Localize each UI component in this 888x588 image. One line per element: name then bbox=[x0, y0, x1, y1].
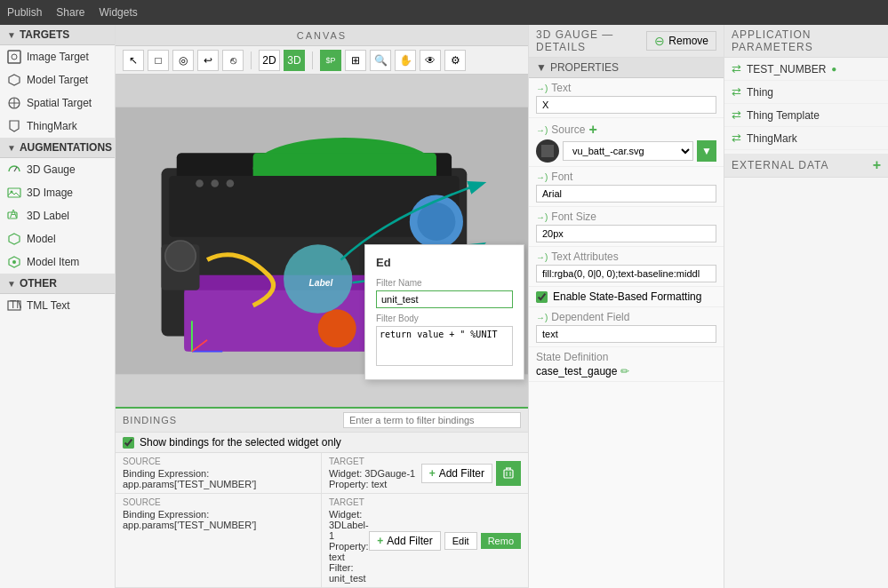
source-thumb bbox=[536, 139, 559, 163]
prop-fontsize-arrow: →) bbox=[536, 212, 548, 222]
prop-source-arrow: →) bbox=[536, 125, 548, 135]
binding-filter-label-2: Filter: unit_test bbox=[329, 562, 369, 584]
filter-body-input[interactable]: return value + " %UNIT bbox=[376, 326, 513, 366]
tool-sp-btn[interactable]: $P bbox=[320, 50, 341, 71]
mode-3d-btn[interactable]: 3D bbox=[284, 50, 305, 71]
prop-font-input[interactable] bbox=[536, 185, 716, 203]
svg-point-1 bbox=[12, 54, 17, 60]
right-panel-item-thingmark[interactable]: ⇄ ThingMark bbox=[724, 127, 888, 150]
binding-target-label-2: Target bbox=[329, 497, 369, 507]
edit-filter-btn-2[interactable]: Edit bbox=[444, 532, 477, 550]
source-select[interactable]: vu_batt_-car.svg bbox=[563, 141, 693, 161]
sidebar-item-model[interactable]: Model bbox=[0, 227, 115, 250]
prop-source-row: →) Source + vu_batt_-car.svg ▼ bbox=[529, 118, 724, 167]
external-data-add-btn[interactable]: + bbox=[873, 157, 881, 173]
prop-textattr-label: →) Text Attributes bbox=[536, 250, 716, 263]
tool-zoom-btn[interactable]: 🔍 bbox=[370, 50, 391, 71]
filter-name-label: Filter Name bbox=[376, 278, 513, 288]
prop-text-input[interactable] bbox=[536, 96, 716, 114]
svg-line-6 bbox=[14, 167, 17, 171]
binding-target-widget-1: Widget: 3DGauge-1 bbox=[329, 468, 421, 479]
state-def-value: case_test_gauge bbox=[536, 365, 617, 377]
svg-point-31 bbox=[227, 179, 235, 187]
enable-state-checkbox[interactable] bbox=[536, 291, 548, 303]
prop-text-row: →) Text bbox=[529, 78, 724, 118]
source-select-row: vu_batt_-car.svg ▼ bbox=[536, 139, 716, 163]
top-nav: Publish Share Widgets bbox=[0, 0, 888, 25]
source-select-arrow-btn[interactable]: ▼ bbox=[697, 140, 716, 162]
add-filter-btn-2[interactable]: + Add Filter bbox=[369, 531, 440, 551]
3d-gauge-label: 3D Gauge bbox=[27, 163, 76, 176]
bindings-area: BINDINGS Show bindings for the selected … bbox=[116, 407, 528, 588]
prop-depfield-row: →) Dependent Field bbox=[529, 307, 724, 347]
sidebar-item-image-target[interactable]: Image Target bbox=[0, 45, 115, 68]
svg-rect-44 bbox=[541, 145, 554, 157]
right-panel-item-thing[interactable]: ⇄ Thing bbox=[724, 81, 888, 104]
redo-btn[interactable]: ⎋ bbox=[222, 50, 244, 71]
prop-font-arrow: →) bbox=[536, 172, 548, 182]
remove-gauge-btn[interactable]: ⊖ Remove bbox=[646, 31, 716, 51]
select-tool-btn[interactable]: ↖ bbox=[123, 50, 144, 71]
binding-target-property-2: Property: text bbox=[329, 541, 369, 562]
sidebar-item-thingmark[interactable]: ThingMark bbox=[0, 115, 115, 138]
tool-settings-btn[interactable]: ⚙ bbox=[444, 50, 466, 71]
remove-binding-btn-2[interactable]: Remo bbox=[481, 533, 521, 549]
right-panel-item-test-number[interactable]: ⇄ TEST_NUMBER ● bbox=[724, 58, 888, 81]
filter-popup-title: Ed bbox=[376, 256, 513, 269]
sidebar-item-3d-label[interactable]: A 3D Label bbox=[0, 204, 115, 227]
canvas-label: CANVAS bbox=[297, 30, 347, 41]
show-bindings-checkbox[interactable] bbox=[123, 437, 134, 449]
source-add-btn[interactable]: + bbox=[588, 122, 596, 138]
undo-btn[interactable]: ↩ bbox=[197, 50, 219, 71]
filter-name-input[interactable] bbox=[376, 290, 513, 308]
tool-eye-btn[interactable]: 👁 bbox=[420, 50, 441, 71]
add-filter-btn-1[interactable]: + Add Filter bbox=[421, 464, 492, 483]
sidebar-item-3d-image[interactable]: 3D Image bbox=[0, 181, 115, 204]
svg-text:Label: Label bbox=[308, 278, 333, 288]
3d-image-label: 3D Image bbox=[27, 187, 73, 199]
tool-pan-btn[interactable]: ✋ bbox=[395, 50, 416, 71]
prop-fontsize-label: →) Font Size bbox=[536, 211, 716, 223]
binding-source-label-2: Source bbox=[123, 497, 314, 507]
svg-point-30 bbox=[211, 179, 219, 187]
external-data-title: EXTERNAL DATA bbox=[732, 159, 828, 171]
state-edit-icon[interactable]: ✏ bbox=[620, 365, 629, 377]
binding-target-2: Target Widget: 3DLabel-1 Property: text … bbox=[322, 494, 528, 587]
tool-grid-btn[interactable]: ⊞ bbox=[345, 50, 366, 71]
spatial-target-label: Spatial Target bbox=[27, 97, 92, 109]
svg-rect-0 bbox=[8, 51, 20, 63]
prop-source-name: Source bbox=[551, 123, 585, 136]
add-filter-label-2: Add Filter bbox=[387, 535, 432, 547]
tml-text-icon: TML bbox=[7, 298, 21, 313]
bindings-search-input[interactable] bbox=[343, 412, 521, 428]
tool-btn-3[interactable]: ◎ bbox=[172, 50, 194, 71]
sidebar-item-3d-gauge[interactable]: 3D Gauge bbox=[0, 158, 115, 181]
nav-widgets[interactable]: Widgets bbox=[99, 6, 137, 19]
nav-share[interactable]: Share bbox=[56, 6, 84, 19]
prop-fontsize-input[interactable] bbox=[536, 225, 716, 242]
thingmark-right-label: ThingMark bbox=[747, 132, 797, 145]
sidebar-item-model-target[interactable]: Model Target bbox=[0, 68, 115, 91]
sidebar-item-spatial-target[interactable]: Spatial Target bbox=[0, 91, 115, 115]
prop-font-name: Font bbox=[551, 171, 572, 183]
rect-tool-btn[interactable]: □ bbox=[148, 50, 169, 71]
thingmark-right-icon: ⇄ bbox=[732, 131, 741, 145]
right-panel-item-thing-template[interactable]: ⇄ Thing Template bbox=[724, 104, 888, 127]
mode-2d-btn[interactable]: 2D bbox=[259, 50, 280, 71]
binding-row-1: Source Binding Expression: app.params['T… bbox=[116, 453, 528, 494]
3d-label-label: 3D Label bbox=[27, 210, 69, 222]
sidebar-item-tml-text[interactable]: TML TML Text bbox=[0, 294, 115, 317]
show-bindings-row: Show bindings for the selected widget on… bbox=[116, 433, 528, 453]
bindings-title: BINDINGS bbox=[123, 415, 177, 425]
prop-textattr-input[interactable] bbox=[536, 265, 716, 282]
delete-binding-btn-1[interactable] bbox=[496, 461, 521, 486]
targets-label: TARGETS bbox=[20, 28, 69, 41]
nav-publish[interactable]: Publish bbox=[7, 6, 42, 19]
svg-point-29 bbox=[196, 179, 204, 187]
enable-state-row: Enable State-Based Formatting bbox=[529, 287, 724, 307]
svg-rect-38 bbox=[504, 470, 513, 478]
properties-label: PROPERTIES bbox=[550, 61, 619, 74]
prop-depfield-input[interactable] bbox=[536, 325, 716, 343]
svg-point-26 bbox=[318, 309, 356, 347]
sidebar-item-model-item[interactable]: Model Item bbox=[0, 250, 115, 274]
